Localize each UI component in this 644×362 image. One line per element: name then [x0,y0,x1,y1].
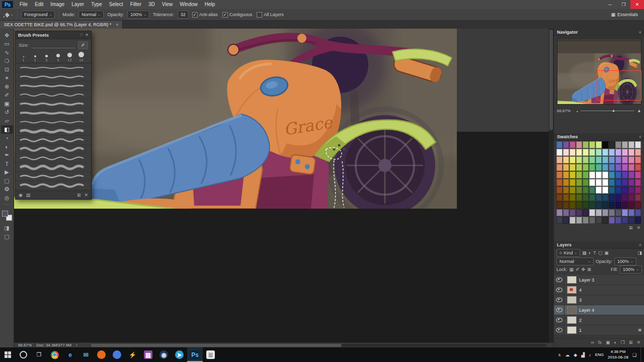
swatches-header[interactable]: Swatches ≡ [554,133,644,141]
checkbox-box[interactable] [257,12,262,18]
clock[interactable]: 4:36 PM2019-06-28 [608,349,628,360]
color-swatch[interactable] [628,202,634,209]
edge-icon[interactable]: e [62,347,78,362]
panel-close-icon[interactable]: ✕ [85,33,89,37]
delete-swatch-button[interactable]: ✕ [636,225,640,230]
color-swatch[interactable] [596,194,602,201]
language-indicator[interactable]: ENG [595,352,604,357]
color-swatch[interactable] [602,209,608,216]
color-swatch[interactable] [563,171,569,178]
new-swatch-button[interactable]: ⊞ [629,225,633,230]
brush-preset-item[interactable] [16,72,91,81]
brush-preset-item[interactable] [16,127,91,136]
color-swatch[interactable] [635,164,641,171]
foreground-color-chip[interactable] [2,211,8,217]
dodge-tool[interactable]: ◐ [1,142,13,151]
color-swatch[interactable] [609,209,615,216]
close-button[interactable]: ✕ [630,0,644,9]
new-layer-button[interactable]: ⊞ [629,340,633,345]
color-swatch[interactable] [576,187,582,194]
color-swatch[interactable] [596,149,602,156]
color-swatch[interactable] [635,156,641,163]
filter-adjustment-icon[interactable]: ◐ [589,250,591,255]
color-swatch[interactable] [589,171,595,178]
color-swatch[interactable] [615,194,621,201]
adjustment-layer-button[interactable]: ◐ [614,340,616,345]
shape-tool[interactable]: ▢ [1,176,13,185]
telegram-icon[interactable]: ➤ [172,347,187,362]
color-swatch[interactable] [583,179,589,186]
navigator-preview[interactable] [557,38,641,105]
layer-row[interactable]: 1⊠ [554,325,644,335]
layer-row[interactable]: 2 [554,315,644,325]
color-swatch[interactable] [576,209,582,216]
status-arrow-icon[interactable]: › [76,343,77,347]
brush-preset-item[interactable] [16,118,91,127]
checkbox-contiguous[interactable]: ✓Contiguous [222,12,253,18]
menu-help[interactable]: Help [201,0,219,9]
navigator-view-rect[interactable] [597,70,641,101]
brush-preset-item[interactable] [16,136,91,145]
foreground-background-colors[interactable] [2,211,12,221]
start-button[interactable] [0,347,16,362]
color-swatch[interactable] [628,194,634,201]
color-swatch[interactable] [563,149,569,156]
color-swatch[interactable] [609,194,615,201]
color-swatch[interactable] [602,156,608,163]
brush-tip[interactable]: 13 [64,53,75,62]
color-swatch[interactable] [583,202,589,209]
crop-tool[interactable]: ⊡ [1,65,13,74]
color-swatch[interactable] [602,171,608,178]
color-swatch[interactable] [563,179,569,186]
brush-preset-item[interactable] [16,63,91,72]
color-swatch[interactable] [583,217,589,224]
marquee-tool[interactable]: ▭ [1,40,13,48]
healing-brush-tool[interactable]: ⊕ [1,82,13,91]
color-swatch[interactable] [556,194,562,201]
security-icon[interactable]: ◆ [574,352,577,357]
brush-preset-item[interactable] [16,81,91,90]
color-swatch[interactable] [622,194,628,201]
color-swatch[interactable] [576,156,582,163]
color-swatch[interactable] [589,217,595,224]
color-swatch[interactable] [576,164,582,171]
brush-preset-item[interactable] [16,90,91,100]
color-swatch[interactable] [563,209,569,216]
brush-size-input[interactable] [31,42,75,48]
visibility-toggle[interactable] [554,275,565,285]
brush-preset-item[interactable] [16,109,91,118]
color-swatch[interactable] [589,194,595,201]
color-swatch[interactable] [615,187,621,194]
chrome-icon[interactable] [47,347,62,362]
brush-tip[interactable]: 19 [75,52,87,62]
color-swatch[interactable] [602,149,608,156]
color-swatch[interactable] [635,187,641,194]
color-swatch[interactable] [589,187,595,194]
color-swatch[interactable] [628,141,634,148]
color-swatch[interactable] [563,187,569,194]
color-swatch[interactable] [602,141,608,148]
photos-icon[interactable]: ▨ [140,347,156,362]
color-swatch[interactable] [556,171,562,178]
color-swatch[interactable] [583,149,589,156]
color-swatch[interactable] [556,156,562,163]
color-swatch[interactable] [570,171,576,178]
fill-dropdown[interactable]: 100%⌄ [620,265,642,274]
color-swatch[interactable] [583,156,589,163]
checkbox-anti-alias[interactable]: ✓Anti-alias [192,12,218,18]
color-swatch[interactable] [589,202,595,209]
color-swatch[interactable] [609,179,615,186]
document-tab[interactable]: SEX ODETTE BIKE.psd @ 66.7% (Layer 4, RG… [0,21,123,29]
lock-all-icon[interactable]: ⊠ [587,267,591,272]
color-swatch[interactable] [596,164,602,171]
layer-row[interactable]: Layer 4 [554,305,644,315]
color-swatch[interactable] [622,187,628,194]
checkbox-all-layers[interactable]: All Layers [257,12,284,18]
search-button[interactable] [16,347,31,362]
layer-row[interactable]: 4 [554,285,644,295]
path-selection-tool[interactable]: ▶ [1,168,13,176]
color-swatch[interactable] [609,141,615,148]
color-swatch[interactable] [583,194,589,201]
color-swatch[interactable] [628,149,634,156]
layer-group-button[interactable]: ❐ [621,340,625,345]
